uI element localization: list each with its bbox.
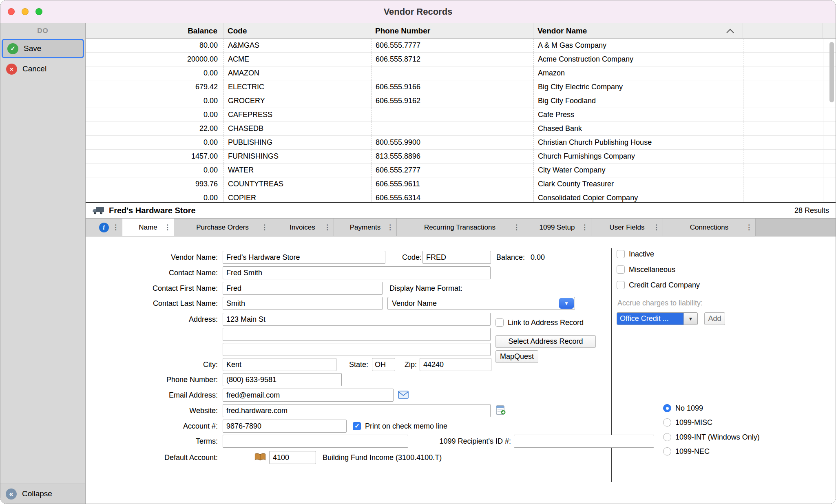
cell-balance: 80.00	[86, 39, 223, 52]
radio-1099-misc[interactable]: 1099-MISC	[663, 417, 712, 428]
cell-balance: 1457.00	[86, 150, 223, 163]
tab-filler	[756, 219, 836, 236]
vendor-records-window: Vendor Records DO ✓ Save × Cancel « Coll…	[0, 0, 836, 504]
tab-menu-icon[interactable]: ⋮	[324, 223, 331, 232]
cell-gutter	[823, 150, 836, 163]
table-row[interactable]: 0.00COPIER606.555.6314Consolidated Copie…	[86, 191, 836, 202]
cell-code: FURNISHINGS	[223, 150, 371, 163]
zoom-button[interactable]	[35, 8, 42, 15]
column-header-balance[interactable]: Balance	[86, 23, 223, 38]
cell-empty	[743, 108, 823, 122]
cell-code: CHASEDB	[223, 122, 371, 135]
tab-label: Payments	[350, 223, 381, 232]
tab-label: Invoices	[290, 223, 315, 232]
tab-label: Name	[139, 223, 157, 232]
record-bar: Fred's Hardware Store 28 Results	[86, 202, 836, 219]
cell-empty	[743, 177, 823, 191]
tab-name[interactable]: Name⋮	[122, 219, 174, 236]
cancel-button[interactable]: × Cancel	[2, 59, 84, 79]
table-row[interactable]: 679.42ELECTRIC606.555.9166Big City Elect…	[86, 80, 836, 94]
tab-menu-icon[interactable]: ⋮	[581, 223, 588, 232]
cell-gutter	[823, 108, 836, 122]
tab-connections[interactable]: Connections⋮	[663, 219, 756, 236]
table-row[interactable]: 1457.00FURNISHINGS813.555.8896Church Fur…	[86, 150, 836, 164]
cell-balance: 0.00	[86, 136, 223, 149]
vendor-form: Vendor Name: Code: Balance: 0.00 Contact…	[86, 237, 836, 504]
table-row[interactable]: 0.00WATER606.555.2777City Water Company	[86, 164, 836, 177]
close-button[interactable]	[8, 8, 15, 15]
cell-phone	[371, 66, 533, 80]
cell-code: COUNTYTREAS	[223, 177, 371, 191]
cell-balance: 0.00	[86, 94, 223, 108]
cell-phone: 606.555.7777	[371, 39, 533, 52]
cell-empty	[743, 150, 823, 163]
cell-vendor-name: Consolidated Copier Company	[533, 191, 743, 202]
radio-1099-int-windows-only[interactable]: 1099-INT (Windows Only)	[663, 432, 760, 442]
cell-empty	[743, 66, 823, 80]
cell-balance: 0.00	[86, 108, 223, 122]
cell-vendor-name: Big City Electric Company	[533, 80, 743, 94]
table-row[interactable]: 20000.00ACME606.555.8712Acme Constructio…	[86, 53, 836, 66]
radio-no-1099[interactable]: No 1099	[663, 403, 703, 413]
cell-code: CAFEPRESS	[223, 108, 371, 122]
save-button[interactable]: ✓ Save	[2, 39, 84, 58]
tab-menu-icon[interactable]: ⋮	[112, 223, 119, 232]
tab-menu-icon[interactable]: ⋮	[745, 223, 752, 232]
table-row[interactable]: 0.00PUBLISHING800.555.9900Christian Chur…	[86, 136, 836, 150]
tab-purchase-orders[interactable]: Purchase Orders⋮	[174, 219, 271, 236]
table-row[interactable]: 22.00CHASEDBChased Bank	[86, 122, 836, 136]
column-header-phone[interactable]: Phone Number	[371, 23, 533, 38]
table-row[interactable]: 993.76COUNTYTREAS606.555.9611Clark Count…	[86, 177, 836, 191]
column-header-vendor-name[interactable]: Vendor Name	[533, 23, 743, 38]
tab-menu-icon[interactable]: ⋮	[513, 223, 520, 232]
cell-gutter	[823, 191, 836, 202]
radio-label: 1099-INT (Windows Only)	[675, 433, 760, 442]
minimize-button[interactable]	[22, 8, 29, 15]
tab-payments[interactable]: Payments⋮	[334, 219, 397, 236]
cell-balance: 22.00	[86, 122, 223, 135]
cell-empty	[743, 191, 823, 202]
table-row[interactable]: 0.00AMAZONAmazon	[86, 66, 836, 80]
cell-phone: 813.555.8896	[371, 150, 533, 163]
truck-icon	[92, 206, 104, 215]
cell-phone: 606.555.6314	[371, 191, 533, 202]
traffic-lights	[8, 0, 42, 23]
vertical-scrollbar-thumb[interactable]	[829, 42, 834, 102]
cell-vendor-name: Church Furnishings Company	[533, 150, 743, 163]
table-row[interactable]: 0.00CAFEPRESSCafe Press	[86, 108, 836, 122]
cell-phone: 606.555.9611	[371, 177, 533, 191]
tab-user-fields[interactable]: User Fields⋮	[591, 219, 663, 236]
tab-menu-icon[interactable]: ⋮	[261, 223, 268, 232]
column-header-empty	[743, 23, 823, 38]
tab-info[interactable]: i ⋮	[86, 219, 122, 236]
tab-label: 1099 Setup	[540, 223, 575, 232]
cell-empty	[743, 164, 823, 177]
cell-code: PUBLISHING	[223, 136, 371, 149]
radio-label: 1099-NEC	[675, 447, 710, 456]
cell-balance: 0.00	[86, 191, 223, 202]
tab-strip: i ⋮ Name⋮Purchase Orders⋮Invoices⋮Paymen…	[86, 219, 836, 237]
tab-recurring-transactions[interactable]: Recurring Transactions⋮	[397, 219, 523, 236]
tab-menu-icon[interactable]: ⋮	[387, 223, 394, 232]
table-row[interactable]: 80.00A&MGAS606.555.7777A & M Gas Company	[86, 39, 836, 53]
cell-vendor-name: Amazon	[533, 66, 743, 80]
cell-gutter	[823, 136, 836, 149]
collapse-button[interactable]: « Collapse	[0, 484, 85, 504]
tab-label: Connections	[690, 223, 729, 232]
cell-phone: 606.555.9166	[371, 80, 533, 94]
cell-gutter	[823, 177, 836, 191]
tab-invoices[interactable]: Invoices⋮	[271, 219, 334, 236]
cell-vendor-name: A & M Gas Company	[533, 39, 743, 52]
tab-1099-setup[interactable]: 1099 Setup⋮	[523, 219, 591, 236]
radio-group-1099: No 10991099-MISC1099-INT (Windows Only)1…	[86, 237, 836, 504]
column-header-code[interactable]: Code	[223, 23, 371, 38]
radio-label: 1099-MISC	[675, 418, 712, 427]
table-row[interactable]: 0.00GROCERY606.555.9162Big City Foodland	[86, 94, 836, 108]
tab-menu-icon[interactable]: ⋮	[653, 223, 660, 232]
cell-phone: 606.555.8712	[371, 53, 533, 66]
radio-1099-nec[interactable]: 1099-NEC	[663, 446, 710, 457]
tab-menu-icon[interactable]: ⋮	[164, 223, 171, 232]
cell-code: ELECTRIC	[223, 80, 371, 94]
save-label: Save	[24, 44, 41, 53]
info-icon: i	[99, 223, 109, 232]
